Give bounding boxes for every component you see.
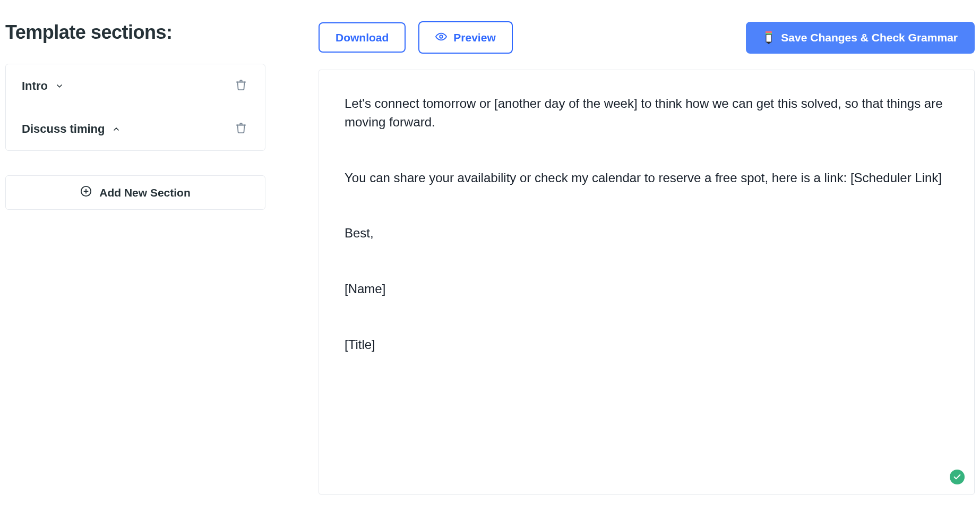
editor-panel[interactable]: Let's connect tomorrow or [another day o… (319, 70, 975, 495)
main-area: Download Preview Save Change (319, 21, 975, 495)
download-button[interactable]: Download (319, 22, 406, 53)
sidebar: Template sections: Intro Discuss tim (5, 21, 265, 495)
eye-icon (435, 31, 447, 44)
svg-rect-4 (766, 31, 772, 33)
delete-section-button[interactable] (233, 120, 249, 138)
sections-list: Intro Discuss timing (5, 64, 265, 151)
section-row-discuss-timing[interactable]: Discuss timing (6, 107, 265, 150)
trash-icon (235, 122, 247, 135)
delete-section-button[interactable] (233, 77, 249, 95)
section-title-wrap: Intro (22, 79, 64, 93)
chevron-down-icon (55, 82, 64, 90)
svg-rect-6 (766, 35, 771, 42)
editor-paragraph[interactable]: [Name] (345, 280, 949, 299)
editor-paragraph[interactable]: Best, (345, 224, 949, 243)
section-title: Intro (22, 79, 48, 93)
editor-paragraph[interactable]: You can share your availability or check… (345, 169, 949, 188)
svg-point-3 (440, 35, 443, 38)
section-title: Discuss timing (22, 122, 105, 136)
download-label: Download (336, 32, 389, 43)
chevron-up-icon (112, 125, 121, 133)
editor-paragraph[interactable]: Let's connect tomorrow or [another day o… (345, 95, 949, 132)
save-button[interactable]: Save Changes & Check Grammar (746, 22, 975, 54)
add-section-button[interactable]: Add New Section (5, 175, 265, 210)
preview-label: Preview (453, 32, 495, 43)
svg-marker-7 (766, 42, 771, 44)
plus-circle-icon (80, 185, 92, 200)
section-row-intro[interactable]: Intro (6, 64, 265, 107)
toolbar: Download Preview Save Change (319, 21, 975, 54)
section-title-wrap: Discuss timing (22, 122, 121, 136)
check-icon (953, 468, 961, 487)
trash-icon (235, 79, 247, 92)
add-section-label: Add New Section (99, 186, 191, 199)
status-ok-badge (950, 470, 965, 484)
grammar-check-icon (763, 31, 775, 44)
sidebar-heading: Template sections: (5, 21, 265, 44)
preview-button[interactable]: Preview (418, 21, 512, 54)
page-root: Template sections: Intro Discuss tim (5, 21, 975, 495)
editor-paragraph[interactable]: [Title] (345, 336, 949, 354)
save-label: Save Changes & Check Grammar (781, 32, 958, 43)
